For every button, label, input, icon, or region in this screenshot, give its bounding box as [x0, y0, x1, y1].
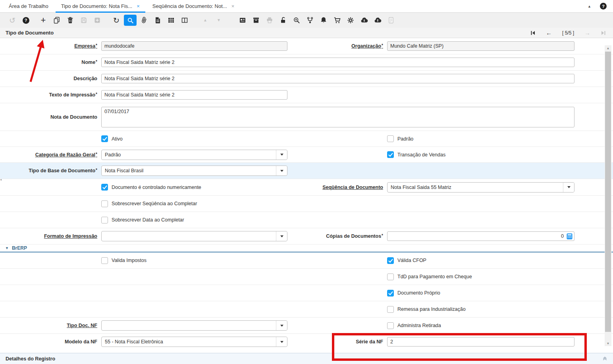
attachment-icon[interactable]	[137, 14, 151, 26]
archive-icon[interactable]	[249, 14, 263, 26]
tipo-doc-nf-combo[interactable]	[101, 320, 287, 331]
field-label-formato-impressao[interactable]: Formato de Impressão	[0, 233, 97, 239]
app-window: Área de Trabalho Tipo de Documento: Nota…	[0, 0, 613, 364]
documento-proprio-label: Documento Próprio	[397, 290, 440, 296]
tipo-base-combo[interactable]: Nota Fiscal Brasil	[101, 166, 287, 176]
seq-documento-combo[interactable]: Nota Fiscal Saida 55 Matriz	[387, 182, 574, 193]
chevron-down-icon[interactable]	[276, 166, 287, 175]
file-icon[interactable]	[384, 14, 398, 26]
field-label-seq-documento[interactable]: Seqüência de Documento	[287, 185, 383, 190]
zoom-across-icon[interactable]	[290, 14, 303, 26]
valida-impostos-checkbox[interactable]	[101, 257, 108, 264]
import-icon[interactable]	[371, 14, 384, 26]
chevron-down-icon[interactable]	[276, 321, 287, 330]
form-row: Descrição	[0, 71, 613, 87]
print-icon[interactable]	[263, 14, 276, 26]
administra-retirada-checkbox[interactable]	[387, 322, 394, 329]
chevron-down-icon[interactable]	[276, 150, 287, 160]
formato-impressao-combo[interactable]	[101, 231, 287, 241]
descricao-field[interactable]	[101, 74, 574, 83]
valida-impostos-label: Valida Impostos	[112, 258, 147, 263]
last-record-icon[interactable]	[601, 31, 606, 35]
find-icon[interactable]	[124, 15, 137, 26]
nota-documento-field[interactable]: 07/01/2017	[101, 107, 574, 127]
detail-record-icon[interactable]: ▼	[212, 14, 226, 26]
record-details-bar[interactable]: Detalhes do Registro	[0, 353, 613, 364]
section-title: BrERP	[12, 245, 27, 251]
workflow-icon[interactable]	[303, 14, 317, 26]
collapse-header-icon[interactable]: ▲	[588, 4, 591, 8]
toolbar-help-icon[interactable]: ?	[19, 14, 33, 26]
expand-details-icon[interactable]	[602, 355, 607, 362]
chevron-down-icon[interactable]	[276, 337, 287, 347]
copias-field[interactable]	[387, 231, 574, 241]
tab-close-icon[interactable]: ×	[231, 4, 235, 9]
form-row: Tipo Doc. NF Administra Retirada	[0, 318, 613, 334]
record-position: [ 5/5 ]	[562, 30, 574, 36]
chevron-down-icon[interactable]	[276, 231, 287, 241]
categoria-razao-combo[interactable]: Padrão	[101, 150, 287, 160]
doc-controlado-checkbox[interactable]	[101, 184, 108, 191]
report-view-icon[interactable]	[236, 14, 249, 26]
next-record-icon[interactable]: →	[584, 29, 590, 36]
preferences-icon[interactable]	[344, 14, 357, 26]
parent-record-icon[interactable]: ▲	[199, 14, 212, 26]
form-row: Documento Próprio	[0, 285, 613, 301]
field-label-empresa[interactable]: Empresa	[0, 43, 97, 49]
texto-impressao-field[interactable]	[101, 90, 287, 100]
export-icon[interactable]	[357, 14, 371, 26]
copy-record-icon[interactable]	[50, 14, 64, 26]
organizacao-field[interactable]	[387, 41, 574, 51]
nome-field[interactable]	[101, 58, 574, 67]
save-icon[interactable]	[77, 14, 91, 26]
section-collapse-icon[interactable]: ▼	[5, 246, 9, 250]
valida-cfop-checkbox[interactable]	[387, 257, 394, 264]
form-row: Documento é controlado numericamente Seq…	[0, 179, 613, 196]
field-label-tipo-doc-nf[interactable]: Tipo Doc. NF	[0, 323, 97, 328]
record-navigation: ← [ 5/5 ] →	[530, 29, 607, 36]
field-label-organizacao[interactable]: Organização	[287, 43, 383, 49]
sobrescrever-seq-checkbox[interactable]	[101, 200, 108, 207]
scroll-down-icon[interactable]: ▼	[605, 341, 611, 346]
delete-record-icon[interactable]	[64, 14, 77, 26]
tab-document-type[interactable]: Tipo de Documento: Nota Fis... ×	[55, 0, 146, 12]
ativo-checkbox[interactable]	[101, 135, 108, 142]
undo-icon[interactable]: ↺	[6, 14, 19, 26]
scrollbar-thumb[interactable]	[605, 52, 611, 332]
padrao-checkbox[interactable]	[387, 135, 394, 142]
west-panel-collapse-handle[interactable]: ◂	[0, 178, 2, 181]
tab-workspace[interactable]: Área de Trabalho	[0, 0, 55, 12]
calculator-icon[interactable]	[566, 233, 573, 240]
previous-record-icon[interactable]: ←	[546, 29, 552, 36]
tab-document-sequence[interactable]: Seqüência de Documento: Not... ×	[146, 0, 241, 12]
form-row: Nome	[0, 54, 613, 71]
refresh-icon[interactable]: ↻	[110, 14, 123, 26]
help-icon[interactable]: ?	[600, 3, 607, 10]
serie-nf-field[interactable]	[387, 337, 574, 347]
modelo-nf-combo[interactable]: 55 - Nota Fiscal Eletrônica	[101, 337, 287, 347]
detail-layout-icon[interactable]	[178, 14, 191, 26]
sobrescrever-seq-label: Sobrescrever Seqüência ao Completar	[112, 201, 197, 206]
lock-icon[interactable]	[276, 14, 290, 26]
documento-proprio-checkbox[interactable]	[387, 290, 394, 297]
remessa-checkbox[interactable]	[387, 306, 394, 313]
notifications-icon[interactable]	[317, 14, 330, 26]
first-record-icon[interactable]	[530, 31, 536, 35]
requests-icon[interactable]	[330, 14, 344, 26]
chevron-down-icon[interactable]	[563, 183, 574, 192]
field-label-categoria-razao[interactable]: Categoria de Razão Geral	[0, 152, 97, 158]
tdd-cheque-checkbox[interactable]	[387, 273, 394, 280]
grid-toggle-icon[interactable]	[164, 14, 178, 26]
padrao-label: Padrão	[397, 136, 413, 142]
form-row: TdD para Pagamento em Cheque	[0, 269, 613, 285]
save-create-new-icon[interactable]	[91, 14, 104, 26]
section-header-brerp[interactable]: ▼ BrERP	[0, 245, 613, 252]
sobrescrever-data-checkbox[interactable]	[101, 217, 108, 223]
scroll-up-icon[interactable]: ▲	[605, 45, 611, 51]
report-icon[interactable]	[151, 14, 164, 26]
empresa-field[interactable]	[101, 41, 287, 51]
vertical-scrollbar[interactable]: ▲ ▼	[605, 45, 611, 346]
tab-close-icon[interactable]: ×	[137, 4, 140, 9]
new-record-icon[interactable]: +	[37, 14, 50, 26]
transacao-vendas-checkbox[interactable]	[387, 151, 394, 158]
